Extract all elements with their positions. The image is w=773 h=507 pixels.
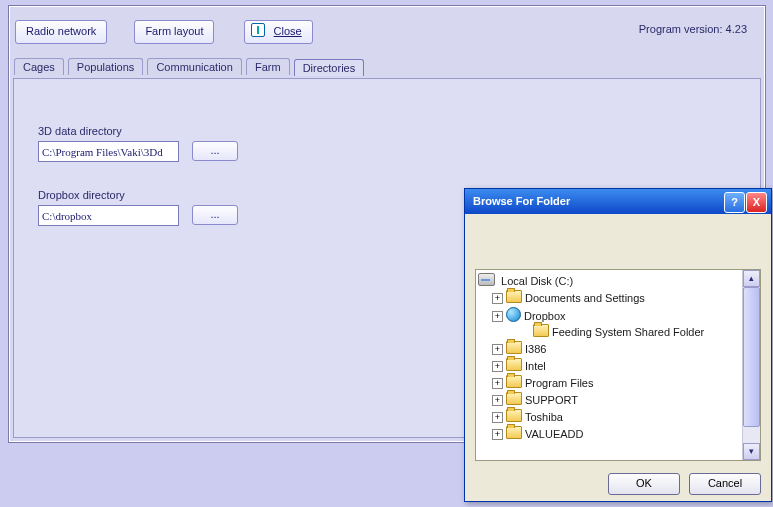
tab-communication[interactable]: Communication	[147, 58, 241, 75]
expand-toggle[interactable]: +	[492, 361, 503, 372]
folder-icon	[506, 409, 522, 422]
farm-layout-button[interactable]: Farm layout	[134, 20, 214, 44]
tree-node-label: I386	[525, 343, 546, 355]
dialog-tree-container: Local Disk (C:) +Documents and Settings+…	[475, 269, 761, 461]
folder-tree[interactable]: Local Disk (C:) +Documents and Settings+…	[476, 270, 743, 460]
folder-icon	[506, 290, 522, 303]
tree-node[interactable]: +VALUEADD	[478, 426, 741, 443]
dialog-help-button[interactable]: ?	[724, 192, 745, 213]
tree-root[interactable]: Local Disk (C:)	[478, 273, 741, 290]
tab-farm[interactable]: Farm	[246, 58, 290, 75]
folder-icon	[506, 392, 522, 405]
scroll-thumb[interactable]	[743, 287, 760, 427]
expand-toggle[interactable]: +	[492, 293, 503, 304]
tree-node-label: Toshiba	[525, 411, 563, 423]
scroll-down-button[interactable]: ▾	[743, 443, 760, 460]
label-dropbox-directory: Dropbox directory	[38, 189, 238, 201]
close-button[interactable]: Close	[244, 20, 313, 44]
expand-toggle[interactable]: +	[492, 344, 503, 355]
tree-node[interactable]: Feeding System Shared Folder	[478, 324, 741, 341]
folder-icon	[506, 426, 522, 439]
label-3d-directory: 3D data directory	[38, 125, 238, 137]
tree-node[interactable]: +Toshiba	[478, 409, 741, 426]
tabs-row: Cages Populations Communication Farm Dir…	[14, 58, 760, 78]
folder-icon	[506, 375, 522, 388]
tree-node[interactable]: +I386	[478, 341, 741, 358]
expand-toggle[interactable]: +	[492, 395, 503, 406]
expand-toggle[interactable]: +	[492, 412, 503, 423]
input-dropbox-directory[interactable]	[38, 205, 179, 226]
field-dropbox-directory: Dropbox directory ...	[38, 189, 238, 226]
field-3d-directory: 3D data directory ...	[38, 125, 238, 162]
expand-toggle[interactable]: +	[492, 429, 503, 440]
tree-node-label: Program Files	[525, 377, 593, 389]
browse-folder-dialog: Browse For Folder ? X Local Disk (C:) +D…	[464, 188, 772, 502]
expand-toggle[interactable]: +	[492, 311, 503, 322]
radio-network-button[interactable]: Radio network	[15, 20, 107, 44]
tree-node-label: VALUEADD	[525, 428, 583, 440]
close-icon	[251, 23, 265, 37]
folder-icon	[533, 324, 549, 337]
tree-node-label: Documents and Settings	[525, 292, 645, 304]
browse-dropbox-button[interactable]: ...	[192, 205, 238, 225]
input-3d-directory[interactable]	[38, 141, 179, 162]
tree-node[interactable]: +Program Files	[478, 375, 741, 392]
dialog-close-button[interactable]: X	[746, 192, 767, 213]
tab-populations[interactable]: Populations	[68, 58, 144, 75]
tree-scrollbar[interactable]: ▴ ▾	[742, 270, 760, 460]
dialog-footer: OK Cancel	[465, 473, 771, 495]
dropbox-icon	[506, 307, 521, 322]
toolbar: Radio network Farm layout Close	[15, 20, 759, 46]
expand-toggle[interactable]: +	[492, 378, 503, 389]
tab-directories[interactable]: Directories	[294, 59, 365, 76]
tree-node-label: Feeding System Shared Folder	[552, 326, 704, 338]
tree-node-label: Dropbox	[524, 310, 566, 322]
dialog-cancel-button[interactable]: Cancel	[689, 473, 761, 495]
tree-node[interactable]: +SUPPORT	[478, 392, 741, 409]
tree-node-label: SUPPORT	[525, 394, 578, 406]
dialog-ok-button[interactable]: OK	[608, 473, 680, 495]
tree-node[interactable]: +Intel	[478, 358, 741, 375]
folder-icon	[506, 358, 522, 371]
scroll-up-button[interactable]: ▴	[743, 270, 760, 287]
tab-cages[interactable]: Cages	[14, 58, 64, 75]
folder-icon	[506, 341, 522, 354]
dialog-titlebar[interactable]: Browse For Folder ? X	[465, 189, 771, 214]
tree-node-label: Intel	[525, 360, 546, 372]
tree-node[interactable]: +Documents and Settings	[478, 290, 741, 307]
tree-node[interactable]: +Dropbox	[478, 307, 741, 324]
browse-3d-button[interactable]: ...	[192, 141, 238, 161]
dialog-title-text: Browse For Folder	[473, 195, 570, 207]
tree-root-label: Local Disk (C:)	[501, 275, 573, 287]
disk-icon	[478, 273, 495, 286]
